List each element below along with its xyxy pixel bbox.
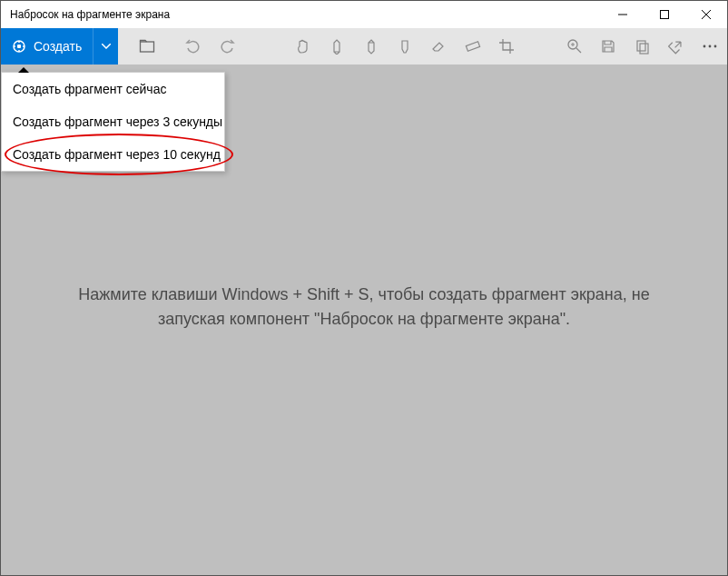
copy-icon (635, 38, 651, 55)
zoom-button[interactable] (557, 28, 591, 65)
ballpoint-pen-button[interactable] (320, 28, 354, 65)
app-window: Набросок на фрагменте экрана Создать (0, 0, 728, 576)
share-icon (668, 38, 684, 55)
snip-icon (12, 39, 26, 54)
window-title: Набросок на фрагменте экрана (10, 8, 170, 21)
copy-button[interactable] (625, 28, 659, 65)
ruler-icon (465, 38, 481, 55)
undo-button[interactable] (176, 28, 210, 65)
svg-rect-13 (640, 44, 648, 54)
ruler-button[interactable] (456, 28, 489, 65)
eraser-icon (430, 38, 447, 55)
undo-icon (185, 38, 202, 55)
new-snip-dropdown: Создать фрагмент сейчас Создать фрагмент… (1, 72, 225, 172)
redo-button[interactable] (210, 28, 243, 65)
open-file-button[interactable] (130, 28, 163, 65)
maximize-button[interactable] (644, 1, 685, 28)
highlighter-button[interactable] (388, 28, 421, 65)
ellipsis-icon (702, 45, 718, 48)
share-button[interactable] (659, 28, 693, 65)
new-snip-label: Создать (34, 39, 82, 54)
save-icon (600, 38, 616, 55)
redo-icon (219, 38, 235, 55)
new-snip-button[interactable]: Создать (1, 28, 93, 65)
touch-writing-button[interactable] (286, 28, 320, 65)
eraser-button[interactable] (422, 28, 456, 65)
zoom-icon (566, 38, 583, 55)
chevron-down-icon (102, 44, 111, 49)
highlighter-icon (397, 38, 413, 55)
new-snip-dropdown-button[interactable] (93, 28, 118, 65)
close-button[interactable] (685, 1, 727, 28)
crop-icon (498, 38, 515, 55)
pencil-button[interactable] (354, 28, 388, 65)
svg-point-14 (703, 45, 706, 48)
more-button[interactable] (694, 28, 727, 65)
minimize-button[interactable] (602, 1, 644, 28)
svg-point-16 (714, 45, 717, 48)
svg-rect-6 (141, 42, 154, 52)
pencil-icon (363, 38, 379, 55)
snip-10s-item[interactable]: Создать фрагмент через 10 секунд (2, 138, 224, 171)
hint-text: Нажмите клавиши Windows + Shift + S, что… (1, 283, 727, 332)
hand-icon (295, 38, 311, 55)
crop-button[interactable] (489, 28, 523, 65)
svg-line-9 (576, 48, 581, 53)
folder-icon (139, 38, 155, 55)
pen-icon (329, 38, 345, 55)
save-button[interactable] (591, 28, 625, 65)
title-bar: Набросок на фрагменте экрана (1, 1, 727, 28)
svg-rect-5 (17, 45, 21, 48)
svg-rect-7 (466, 42, 479, 51)
svg-rect-12 (637, 41, 645, 51)
svg-rect-1 (661, 11, 669, 19)
toolbar: Создать (1, 28, 727, 65)
snip-now-item[interactable]: Создать фрагмент сейчас (2, 73, 224, 105)
snip-3s-item[interactable]: Создать фрагмент через 3 секунды (2, 105, 224, 138)
svg-point-15 (709, 45, 712, 48)
